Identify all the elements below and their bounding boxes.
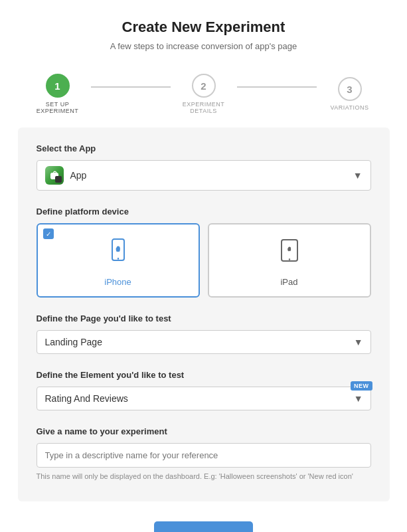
iphone-label: iPhone [104,277,131,287]
form-card: Select the App App ▼ Define platform dev… [18,128,390,501]
step-line-2 [237,86,317,88]
platform-label: Define platform device [37,207,371,217]
element-select[interactable]: Rating And Reviews [37,387,371,410]
page-header: Create New Experiment A few steps to inc… [0,0,407,62]
app-select[interactable]: App ▼ [37,160,371,191]
select-app-label: Select the App [37,143,371,153]
svg-point-4 [288,258,289,260]
svg-point-2 [117,258,118,259]
step-2-circle: 2 [192,74,216,98]
app-name: App [70,170,87,181]
step-3: 3 VARIATIONS [320,77,380,111]
iphone-icon [104,236,133,272]
step-3-circle: 3 [338,77,362,101]
new-badge: NEW [351,381,372,391]
app-select-chevron-icon: ▼ [353,170,363,181]
ipad-label: iPad [280,277,297,287]
step-1: 1 SET UP EXPERIMENT [28,74,88,114]
platform-grid: ✓ iPhone [37,223,371,298]
element-test-label: Define the Element you'd like to test [37,370,371,380]
name-label: Give a name to your experiment [37,426,371,436]
platform-ipad[interactable]: iPad [208,223,371,298]
step-2-label: EXPERIMENT DETAILS [174,101,234,114]
page-test-label: Define the Page you'd like to test [37,313,371,323]
page-select[interactable]: Landing Page [37,330,371,354]
step-1-label: SET UP EXPERIMENT [28,101,88,114]
step-2: 2 EXPERIMENT DETAILS [174,74,234,114]
page-subtitle: A few steps to increase conversion of ap… [13,41,394,51]
platform-iphone[interactable]: ✓ iPhone [37,223,200,298]
ipad-icon [275,236,304,272]
page-title: Create New Experiment [13,19,394,36]
step-line-1 [91,86,171,88]
name-hint: This name will only be displayed on the … [37,472,371,482]
app-icon [45,166,64,185]
next-step-button[interactable]: Next Step [154,521,253,532]
stepper: 1 SET UP EXPERIMENT 2 EXPERIMENT DETAILS… [0,74,407,114]
experiment-name-input[interactable] [37,443,371,468]
step-1-circle: 1 [46,74,70,98]
step-3-label: VARIATIONS [320,104,380,111]
iphone-checkmark-icon: ✓ [43,228,54,239]
